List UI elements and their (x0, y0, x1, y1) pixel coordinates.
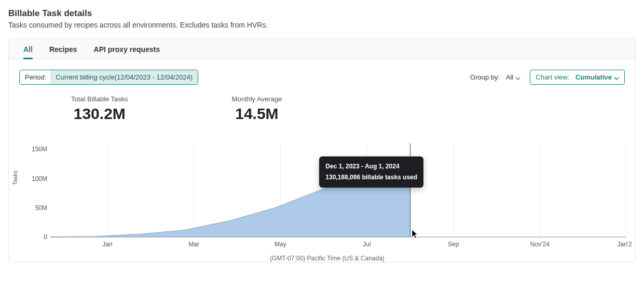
svg-text:50M: 50M (35, 204, 47, 212)
svg-text:Nov'24: Nov'24 (530, 241, 550, 248)
svg-text:0: 0 (44, 233, 47, 241)
metric-total: Total Billable Tasks 130.2M (71, 95, 128, 123)
metric-average-label: Monthly Average (232, 95, 282, 103)
tabs-bar: All Recipes API proxy requests (9, 39, 635, 59)
svg-text:Jan'25: Jan'25 (618, 241, 632, 248)
svg-text:Jan: Jan (102, 241, 112, 248)
chartview-label: Chart view: (536, 73, 569, 81)
metric-average: Monthly Average 14.5M (232, 95, 282, 123)
chevron-down-icon (614, 75, 619, 80)
chart-y-axis-label: Tasks (12, 170, 18, 185)
tab-recipes[interactable]: Recipes (49, 39, 77, 59)
groupby-selector[interactable]: Group by: All (470, 73, 520, 81)
svg-text:Jul: Jul (363, 241, 371, 248)
chart-container: Tasks JanMarMayJulSepNov'24Jan'25050M100… (9, 133, 635, 262)
tab-api-proxy[interactable]: API proxy requests (94, 39, 160, 59)
metric-average-value: 14.5M (232, 105, 282, 123)
period-value: Current billing cycle(12/04/2023 - 12/04… (50, 70, 198, 84)
groupby-value: All (506, 73, 513, 81)
svg-text:100M: 100M (32, 175, 47, 182)
page-title: Billable Task details (8, 8, 636, 19)
chevron-down-icon (515, 75, 520, 80)
svg-text:May: May (275, 241, 286, 248)
svg-text:Sep: Sep (448, 241, 459, 248)
period-label: Period: (20, 70, 50, 84)
cumulative-area-chart[interactable]: JanMarMayJulSepNov'24Jan'25050M100M150M (30, 133, 632, 253)
chart-timezone-label: (GMT-07:00) Pacific Time (US & Canada) (30, 255, 625, 262)
tab-all[interactable]: All (23, 39, 33, 59)
svg-text:Mar: Mar (188, 241, 199, 248)
period-selector[interactable]: Period: Current billing cycle(12/04/2023… (19, 70, 198, 85)
groupby-label: Group by: (470, 73, 500, 81)
svg-text:150M: 150M (32, 146, 47, 153)
metric-total-value: 130.2M (71, 105, 128, 123)
chart-hover-line (410, 143, 410, 237)
chartview-selector[interactable]: Chart view: Cumulative (530, 70, 625, 85)
page-subtitle: Tasks consumed by recipes across all env… (8, 21, 636, 29)
metric-total-label: Total Billable Tasks (71, 95, 128, 103)
chartview-value: Cumulative (576, 73, 612, 81)
details-card: All Recipes API proxy requests Period: C… (8, 38, 636, 262)
